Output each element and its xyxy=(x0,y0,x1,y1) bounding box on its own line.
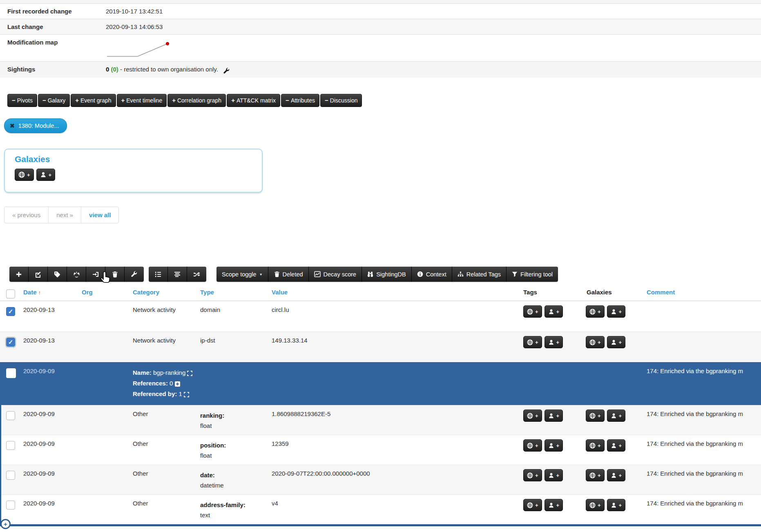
row-checkbox[interactable] xyxy=(6,441,15,450)
column-header-tags: Tags xyxy=(520,284,582,301)
filtering-tool-button[interactable]: Filtering tool xyxy=(507,267,558,282)
cell-category: Network activity xyxy=(129,301,196,332)
column-header-date[interactable]: Date↑ xyxy=(19,284,78,301)
select-all-checkbox[interactable] xyxy=(6,289,15,298)
cell-date: 2020-09-09 xyxy=(19,363,78,405)
close-icon[interactable]: ✖ xyxy=(10,122,15,129)
add-global-tag-button[interactable]: + xyxy=(523,336,542,348)
add-global-galaxy-button[interactable]: + xyxy=(586,410,605,422)
add-global-tag-button[interactable]: + xyxy=(523,469,542,481)
add-reference-icon[interactable] xyxy=(175,381,180,387)
column-header-comment[interactable]: Comment xyxy=(643,284,761,301)
row-checkbox[interactable]: ✓ xyxy=(6,307,15,316)
add-local-tag-button[interactable]: + xyxy=(545,410,563,422)
context-button[interactable]: Context xyxy=(412,267,452,282)
plus-icon: + xyxy=(27,172,30,178)
row-checkbox[interactable] xyxy=(6,411,15,420)
pivot-pill[interactable]: ✖ 1380: Module... xyxy=(4,118,67,133)
column-header-value[interactable]: Value xyxy=(268,284,520,301)
show-deleted-button[interactable]: Deleted xyxy=(268,267,309,282)
next-page-button[interactable]: next » xyxy=(48,207,81,223)
cell-value[interactable]: v4 xyxy=(268,495,520,524)
tab-discussion[interactable]: −Discussion xyxy=(320,94,362,107)
cell-category: Other xyxy=(129,435,196,465)
column-header-type[interactable]: Type xyxy=(196,284,268,301)
decay-score-button[interactable]: Decay score xyxy=(309,267,362,282)
object-header-row: 2020-09-09 Name: bgp-ranking References:… xyxy=(0,362,761,405)
add-global-galaxy-button[interactable]: + xyxy=(586,336,605,348)
tab-galaxy[interactable]: −Galaxy xyxy=(38,94,70,107)
add-global-galaxy-button[interactable]: + xyxy=(586,499,605,511)
globe-icon xyxy=(527,472,533,479)
add-global-tag-button[interactable]: + xyxy=(523,439,542,452)
add-global-galaxy-button[interactable]: + xyxy=(15,169,34,181)
scope-toggle-dropdown[interactable]: Scope toggle ▼ xyxy=(216,267,268,282)
add-attribute-button[interactable] xyxy=(9,267,29,282)
expand-referenced-by-icon[interactable] xyxy=(184,392,189,397)
cell-value[interactable]: circl.lu xyxy=(268,301,520,332)
cell-value[interactable]: 2020-09-07T22:00:00.000000+0000 xyxy=(268,465,520,494)
globe-icon xyxy=(589,472,596,479)
add-tag-button[interactable] xyxy=(48,267,67,282)
add-global-tag-button[interactable]: + xyxy=(523,410,542,422)
user-icon xyxy=(611,413,617,419)
edit-attributes-button[interactable] xyxy=(29,267,48,282)
sitemap-icon xyxy=(457,272,464,277)
cell-date: 2020-09-09 xyxy=(19,435,78,465)
add-local-galaxy-button[interactable]: + xyxy=(607,336,626,348)
add-global-galaxy-button[interactable]: + xyxy=(586,439,605,452)
column-header-org[interactable]: Org xyxy=(78,284,129,301)
tab-attributes[interactable]: −Attributes xyxy=(281,94,319,107)
add-global-galaxy-button[interactable]: + xyxy=(586,469,605,481)
row-checkbox[interactable]: ✓ xyxy=(6,338,15,347)
previous-page-button[interactable]: « previous xyxy=(4,207,48,223)
row-checkbox[interactable] xyxy=(6,501,15,510)
tab-event-graph[interactable]: +Event graph xyxy=(71,94,116,107)
add-local-galaxy-button[interactable]: + xyxy=(36,169,56,181)
add-local-galaxy-button[interactable]: + xyxy=(607,410,626,422)
add-global-tag-button[interactable]: + xyxy=(523,499,542,511)
tab-attack-matrix[interactable]: +ATT&CK matrix xyxy=(227,94,280,107)
info-value: 2020-09-13 14:06:53 xyxy=(98,19,163,30)
add-local-tag-button[interactable]: + xyxy=(545,469,563,481)
user-icon xyxy=(548,413,554,419)
add-local-galaxy-button[interactable]: + xyxy=(607,499,626,511)
cell-org xyxy=(78,405,129,435)
add-global-tag-button[interactable]: + xyxy=(523,305,542,318)
add-local-tag-button[interactable]: + xyxy=(545,499,563,511)
expand-object-group-button[interactable]: + xyxy=(0,519,11,529)
cell-type: position:float xyxy=(196,435,268,465)
row-checkbox[interactable] xyxy=(6,368,16,378)
tab-correlation-graph[interactable]: +Correlation graph xyxy=(167,94,226,107)
expand-object-icon[interactable] xyxy=(187,371,192,376)
row-checkbox[interactable] xyxy=(6,471,15,480)
add-local-tag-button[interactable]: + xyxy=(545,336,563,348)
sightings-text: - restricted to own organisation only. xyxy=(120,66,218,73)
related-tags-button[interactable]: Related Tags xyxy=(452,267,507,282)
mass-edit-wrench-button[interactable] xyxy=(125,267,144,282)
add-local-galaxy-button[interactable]: + xyxy=(607,305,626,318)
add-local-galaxy-button[interactable]: + xyxy=(607,439,626,452)
tab-event-timeline[interactable]: +Event timeline xyxy=(117,94,167,107)
tab-pivots[interactable]: −Pivots xyxy=(7,94,37,107)
add-local-tag-button[interactable]: + xyxy=(545,439,563,452)
add-galaxy-button[interactable] xyxy=(67,267,86,282)
sightingdb-button[interactable]: SightingDB xyxy=(362,267,412,282)
delete-selected-button[interactable] xyxy=(105,267,125,282)
add-local-galaxy-button[interactable]: + xyxy=(607,469,626,481)
list-view-button[interactable] xyxy=(149,267,168,282)
galaxy-rebel-icon xyxy=(73,271,80,278)
add-local-tag-button[interactable]: + xyxy=(545,305,563,318)
add-global-galaxy-button[interactable]: + xyxy=(586,305,605,318)
condensed-view-button[interactable] xyxy=(168,267,187,282)
view-all-button[interactable]: view all xyxy=(81,207,118,223)
populate-from-template-button[interactable] xyxy=(86,267,105,282)
sightings-advanced-wrench-icon[interactable] xyxy=(223,67,230,74)
cell-value[interactable]: 12359 xyxy=(268,435,520,465)
column-header-category[interactable]: Category xyxy=(129,284,196,301)
shuffle-view-button[interactable] xyxy=(187,267,206,282)
cell-value[interactable]: 1.8609888219362E-5 xyxy=(268,405,520,435)
user-icon xyxy=(611,309,617,315)
cell-value[interactable]: 149.13.33.14 xyxy=(268,332,520,362)
tag-icon xyxy=(54,271,60,278)
